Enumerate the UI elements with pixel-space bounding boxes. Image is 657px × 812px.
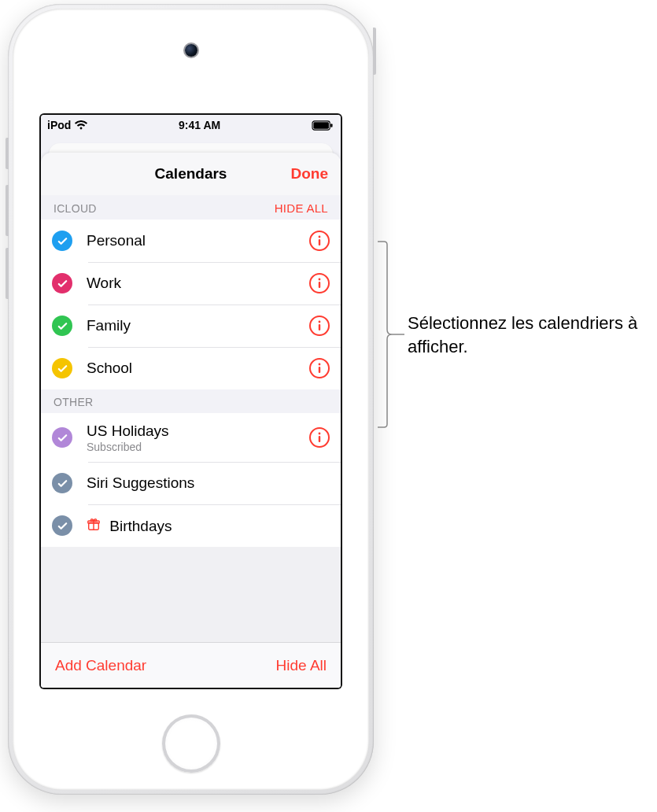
checkmark-icon[interactable] [52, 473, 72, 493]
checkmark-icon[interactable] [52, 358, 72, 378]
svg-rect-2 [330, 124, 332, 127]
battery-icon [311, 120, 334, 131]
svg-rect-6 [319, 282, 320, 288]
calendars-sheet: Calendars Done ICLOUD HIDE ALL Per [41, 153, 341, 688]
calendar-label: Work [87, 275, 309, 292]
info-icon[interactable] [309, 316, 330, 336]
calendar-sublabel: Subscribed [87, 441, 309, 453]
calendar-label: Personal [87, 232, 309, 249]
calendar-row-family[interactable]: Family [41, 304, 341, 347]
home-button[interactable] [162, 714, 220, 773]
screen: iPod 9:41 AM C [41, 115, 341, 688]
spacer [41, 547, 341, 642]
clock: 9:41 AM [179, 119, 220, 131]
done-button[interactable]: Done [291, 165, 329, 183]
callout-text: Sélectionnez les calendriers à afficher. [408, 312, 644, 358]
svg-rect-10 [319, 367, 320, 373]
svg-rect-4 [319, 239, 320, 245]
carrier-label: iPod [47, 119, 71, 131]
other-list: US Holidays Subscribed Siri Suggest [41, 413, 341, 547]
checkmark-icon[interactable] [52, 273, 72, 293]
volume-up-button [6, 185, 9, 236]
calendar-row-holidays[interactable]: US Holidays Subscribed [41, 413, 341, 462]
mute-switch [6, 138, 9, 169]
checkmark-icon[interactable] [52, 515, 72, 536]
callout-bracket [376, 240, 406, 429]
svg-point-9 [319, 364, 321, 366]
status-bar: iPod 9:41 AM [41, 115, 341, 135]
svg-rect-1 [313, 122, 329, 128]
section-header-icloud: ICLOUD HIDE ALL [41, 195, 341, 220]
calendar-row-school[interactable]: School [41, 347, 341, 389]
svg-point-11 [319, 433, 321, 435]
camera [185, 44, 197, 57]
calendar-row-birthdays[interactable]: Birthdays [41, 504, 341, 547]
info-icon[interactable] [309, 231, 330, 251]
add-calendar-button[interactable]: Add Calendar [55, 657, 146, 674]
svg-point-5 [319, 279, 321, 281]
svg-rect-12 [319, 436, 320, 442]
calendar-label: School [87, 360, 309, 377]
svg-point-7 [319, 321, 321, 323]
calendar-row-personal[interactable]: Personal [41, 220, 341, 262]
info-icon[interactable] [309, 358, 330, 378]
info-icon[interactable] [309, 273, 330, 293]
wifi-icon [74, 120, 88, 131]
power-button [373, 28, 376, 75]
footer-bar: Add Calendar Hide All [41, 642, 341, 688]
volume-down-button [6, 248, 9, 299]
checkmark-icon[interactable] [52, 316, 72, 336]
svg-point-3 [319, 236, 321, 238]
calendar-row-siri[interactable]: Siri Suggestions [41, 462, 341, 504]
checkmark-icon[interactable] [52, 231, 72, 251]
hide-all-icloud-button[interactable]: HIDE ALL [275, 201, 328, 215]
sheet-title: Calendars [155, 165, 227, 183]
section-title: OTHER [54, 396, 94, 408]
section-title: ICLOUD [54, 202, 97, 215]
calendar-row-work[interactable]: Work [41, 262, 341, 304]
hide-all-button[interactable]: Hide All [276, 657, 327, 674]
calendar-label: Siri Suggestions [87, 474, 330, 492]
sheet-header: Calendars Done [41, 153, 341, 195]
icloud-list: Personal Work [41, 220, 341, 389]
calendar-label: Family [87, 317, 309, 334]
device-frame: iPod 9:41 AM C [8, 4, 374, 795]
section-header-other: OTHER [41, 389, 341, 413]
info-icon[interactable] [309, 427, 330, 448]
gift-icon [87, 517, 101, 531]
svg-rect-8 [319, 324, 320, 330]
checkmark-icon[interactable] [52, 427, 72, 448]
calendar-label: Birthdays [87, 517, 330, 535]
calendar-label: US Holidays [87, 423, 309, 440]
